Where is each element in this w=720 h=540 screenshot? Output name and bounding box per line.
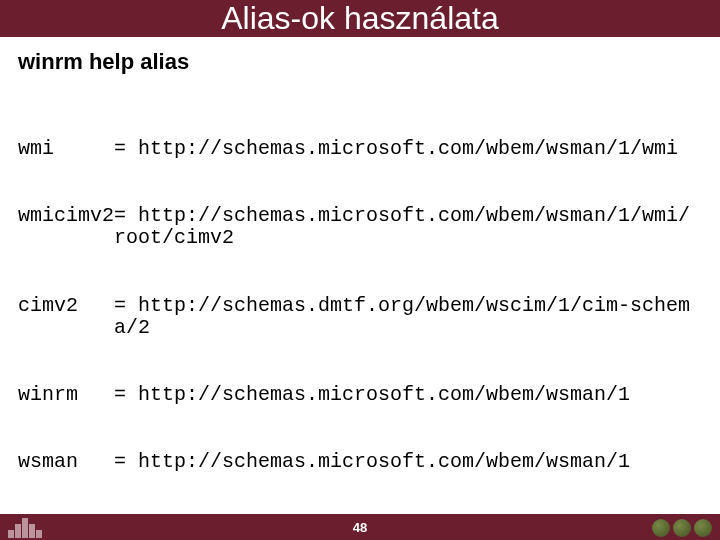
title-bar: Alias-ok használata: [0, 0, 720, 37]
command-subtitle: winrm help alias: [18, 49, 702, 75]
alias-uri: = http://schemas.microsoft.com/wbem/wsma…: [114, 204, 690, 249]
alias-name: winrm: [18, 384, 114, 406]
alias-uri: = http://schemas.microsoft.com/wbem/wsma…: [114, 383, 630, 406]
footer-bar: 48: [0, 514, 720, 540]
slide: Alias-ok használata winrm help alias wmi…: [0, 0, 720, 540]
alias-row: wsman= http://schemas.microsoft.com/wbem…: [18, 451, 702, 473]
alias-row: winrm= http://schemas.microsoft.com/wbem…: [18, 384, 702, 406]
footer-logo-right: [652, 519, 712, 537]
badge-icon: [694, 519, 712, 537]
content-area: winrm help alias wmi= http://schemas.mic…: [0, 37, 720, 540]
alias-uri: = http://schemas.microsoft.com/wbem/wsma…: [114, 450, 630, 473]
alias-uri: = http://schemas.microsoft.com/wbem/wsma…: [114, 137, 678, 160]
badge-icon: [673, 519, 691, 537]
alias-name: cimv2: [18, 295, 114, 317]
alias-name: wsman: [18, 451, 114, 473]
alias-row: cimv2= http://schemas.dmtf.org/wbem/wsci…: [18, 295, 702, 340]
alias-row: wmicimv2= http://schemas.microsoft.com/w…: [18, 205, 702, 250]
page-number: 48: [353, 520, 367, 535]
alias-name: wmi: [18, 138, 114, 160]
alias-list: wmi= http://schemas.microsoft.com/wbem/w…: [18, 93, 702, 540]
alias-row: wmi= http://schemas.microsoft.com/wbem/w…: [18, 138, 702, 160]
slide-title: Alias-ok használata: [221, 0, 498, 37]
badge-icon: [652, 519, 670, 537]
alias-uri: = http://schemas.dmtf.org/wbem/wscim/1/c…: [114, 294, 690, 339]
footer-logo-left: [8, 516, 68, 538]
alias-name: wmicimv2: [18, 205, 114, 227]
